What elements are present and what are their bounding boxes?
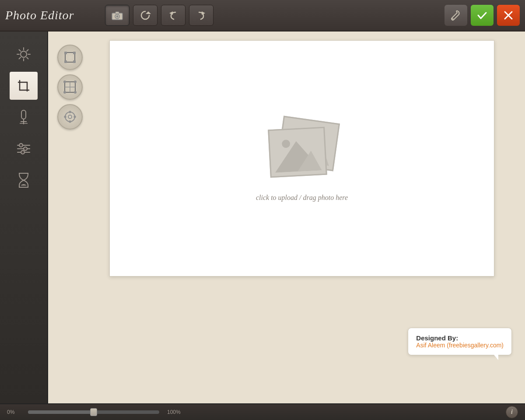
redo-button[interactable] <box>189 5 214 26</box>
sidebar-tool-timer[interactable] <box>10 166 38 194</box>
zoom-slider[interactable] <box>28 410 159 414</box>
sidebar-tool-effects[interactable] <box>10 103 38 131</box>
sidebar-tool-crop[interactable] <box>10 72 38 100</box>
svg-marker-4 <box>146 11 151 14</box>
confirm-button[interactable] <box>471 5 494 26</box>
sub-tool-transform[interactable] <box>57 45 83 70</box>
sub-tool-rotate[interactable] <box>57 104 83 130</box>
reset-button[interactable] <box>133 5 158 26</box>
svg-rect-37 <box>73 52 76 54</box>
sidebar-tool-brightness[interactable] <box>10 40 38 68</box>
zoom-slider-thumb[interactable] <box>90 408 97 416</box>
svg-point-48 <box>68 115 72 119</box>
bottom-bar: 0% 100% i <box>0 403 525 420</box>
sub-tool-warp[interactable] <box>57 74 83 100</box>
svg-line-15 <box>19 50 21 52</box>
app-title: Photo Editor <box>5 8 93 22</box>
photo-icon-front <box>268 127 327 178</box>
zoom-slider-fill <box>28 410 94 414</box>
svg-point-7 <box>452 18 454 20</box>
designed-by-label: Designed By: <box>416 334 504 342</box>
svg-point-41 <box>63 80 66 83</box>
svg-line-17 <box>27 50 28 52</box>
svg-rect-3 <box>116 12 119 14</box>
content-area: click to upload / drag photo here Design… <box>48 32 525 403</box>
photo-canvas[interactable]: click to upload / drag photo here <box>109 40 494 276</box>
left-sidebar <box>0 32 48 403</box>
sub-tools-panel <box>52 40 88 395</box>
svg-line-16 <box>27 57 28 59</box>
svg-point-43 <box>63 91 66 94</box>
zoom-label-max: 100% <box>167 409 185 415</box>
svg-point-44 <box>74 91 77 94</box>
svg-point-56 <box>282 140 290 148</box>
svg-point-30 <box>24 147 27 150</box>
svg-point-10 <box>21 51 27 57</box>
main-area: click to upload / drag photo here Design… <box>0 32 525 403</box>
zoom-label-min: 0% <box>7 409 20 415</box>
svg-rect-39 <box>73 60 76 63</box>
tools-button[interactable] <box>444 5 467 26</box>
designed-by-tooltip: Designed By: Asif Aleem (freebiesgallery… <box>408 328 512 355</box>
designed-by-name: Asif Aleem (freebiesgallery.com) <box>416 342 504 349</box>
photo-placeholder-icon <box>262 115 341 185</box>
top-toolbar: Photo Editor <box>0 0 525 32</box>
info-button[interactable]: i <box>506 406 518 418</box>
cancel-button[interactable] <box>497 5 520 26</box>
svg-point-42 <box>74 80 77 83</box>
svg-rect-23 <box>21 110 26 119</box>
sidebar-tool-adjustments[interactable] <box>10 135 38 163</box>
svg-point-28 <box>19 144 23 147</box>
svg-point-32 <box>21 150 24 154</box>
svg-point-47 <box>65 112 75 122</box>
canvas-placeholder: click to upload / drag photo here <box>256 115 348 202</box>
svg-line-18 <box>19 57 21 59</box>
info-icon: i <box>511 409 513 416</box>
camera-button[interactable] <box>105 5 130 26</box>
svg-point-2 <box>116 15 119 18</box>
undo-button[interactable] <box>161 5 186 26</box>
svg-rect-36 <box>64 52 67 54</box>
svg-rect-38 <box>64 60 67 63</box>
upload-text: click to upload / drag photo here <box>256 194 348 202</box>
